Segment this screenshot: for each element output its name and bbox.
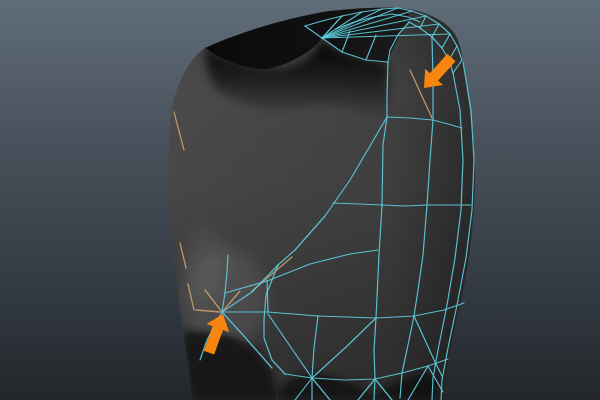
viewport-3d[interactable] [0,0,600,400]
viewport-svg [0,0,600,400]
